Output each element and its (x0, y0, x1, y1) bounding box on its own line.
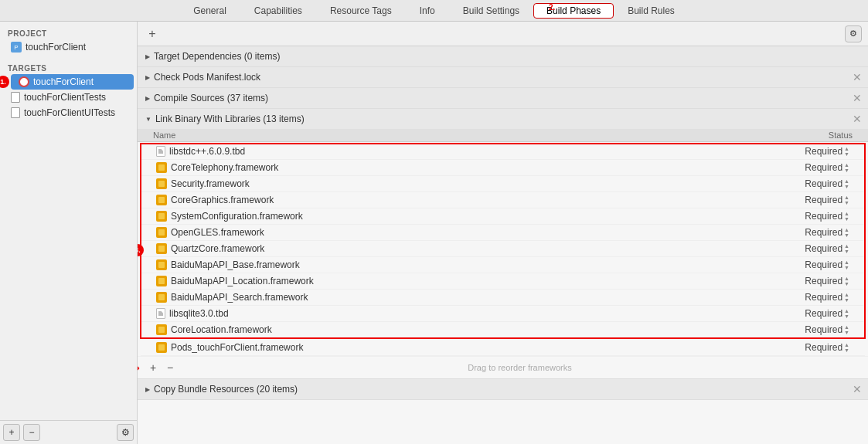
lib-status-BaiduMapAPI_Location: Required ▲▼ (772, 276, 849, 286)
section-header-compile-sources[interactable]: ▶ Compile Sources (37 items) ✕ (138, 88, 868, 108)
stepper-SystemConfiguration[interactable]: ▲▼ (844, 211, 849, 222)
lib-status-libsqlite: Required ▲▼ (772, 308, 849, 319)
project-section-label: PROJECT (0, 25, 137, 39)
framework-icon-CoreTelephony (156, 162, 167, 173)
framework-icon-QuartzCore (156, 243, 167, 254)
section-header-copy-bundle[interactable]: ▶ Copy Bundle Resources (20 items) ✕ (138, 379, 868, 399)
stepper-Pods[interactable]: ▲▼ (844, 342, 849, 353)
col-status-header: Status (775, 130, 853, 140)
remove-library-btn[interactable]: − (162, 360, 178, 375)
lib-name-QuartzCore: QuartzCore.framework (156, 243, 772, 254)
tab-build-settings[interactable]: Build Settings (449, 2, 533, 19)
scroll-area[interactable]: ▶ Target Dependencies (0 items) ▶ Check … (138, 46, 868, 444)
stepper-BaiduMapAPI_Search[interactable]: ▲▼ (844, 292, 849, 303)
section-header-link-binary[interactable]: ▼ Link Binary With Libraries (13 items) … (138, 109, 868, 129)
lib-name-CoreGraphics: CoreGraphics.framework (156, 195, 772, 205)
section-check-pods: ▶ Check Pods Manifest.lock ✕ (138, 67, 868, 88)
tab-build-rules[interactable]: Build Rules (614, 2, 689, 19)
framework-icon-OpenGLES (156, 227, 167, 238)
lib-row-libsqlite: libsqlite3.0.tbd Required ▲▼ (141, 306, 865, 322)
toolbar-settings-btn[interactable]: ⚙ (845, 25, 862, 42)
lib-status-CoreGraphics: Required ▲▼ (772, 195, 849, 205)
stepper-QuartzCore[interactable]: ▲▼ (844, 243, 849, 254)
sidebar-add-btn[interactable]: + (3, 424, 20, 441)
section-close-check-pods[interactable]: ✕ (853, 71, 862, 83)
tab-capabilities[interactable]: Capabilities (240, 2, 316, 19)
content-toolbar: + ⚙ (138, 22, 868, 46)
tab-build-phases[interactable]: Build Phases (533, 3, 614, 19)
section-title-check-pods: Check Pods Manifest.lock (154, 72, 860, 83)
lib-row-SystemConfiguration: SystemConfiguration.framework Required ▲… (141, 208, 865, 225)
section-target-dependencies: ▶ Target Dependencies (0 items) (138, 46, 868, 67)
lib-status-BaiduMapAPI_Base: Required ▲▼ (772, 259, 849, 270)
lib-name-Pods: Pods_touchForClient.framework (156, 342, 772, 353)
sidebar-item-touchForClientUITests[interactable]: touchForClientUITests (3, 105, 134, 120)
stepper-OpenGLES[interactable]: ▲▼ (844, 227, 849, 238)
section-copy-bundle: ▶ Copy Bundle Resources (20 items) ✕ (138, 379, 868, 400)
lib-status-libstdc: Required ▲▼ (772, 146, 849, 157)
sidebar-remove-btn[interactable]: − (23, 424, 40, 441)
lib-name-Security: Security.framework (156, 178, 772, 189)
section-title-link-binary: Link Binary With Libraries (13 items) (155, 114, 860, 124)
tab-resource-tags[interactable]: Resource Tags (316, 2, 406, 19)
tbd-icon-libsqlite (156, 308, 165, 319)
annotation-2-wrapper: 2. (549, 2, 555, 12)
settings-icon: ⚙ (849, 29, 857, 39)
lib-actions: ➜ + − Drag to reorder frameworks (138, 356, 868, 378)
triangle-icon-2: ▶ (145, 95, 150, 102)
section-close-copy-bundle[interactable]: ✕ (853, 383, 862, 395)
framework-icon-BaiduMapAPI_Base (156, 259, 167, 270)
stepper-CoreTelephony[interactable]: ▲▼ (844, 162, 849, 173)
sidebar-settings-btn[interactable]: ⚙ (117, 424, 134, 441)
triangle-icon-4: ▶ (145, 386, 150, 393)
sidebar: PROJECT P touchForClient TARGETS 1. touc… (0, 22, 138, 444)
lib-name-BaiduMapAPI_Base: BaiduMapAPI_Base.framework (156, 259, 772, 270)
lib-row-CoreTelephony: CoreTelephony.framework Required ▲▼ (141, 160, 865, 176)
framework-icon-Pods (156, 342, 167, 353)
tab-general[interactable]: General (179, 2, 240, 19)
stepper-CoreLocation[interactable]: ▲▼ (844, 324, 849, 335)
sidebar-item-touchForClientTests[interactable]: touchForClientTests (3, 90, 134, 105)
section-close-compile-sources[interactable]: ✕ (853, 92, 862, 104)
stepper-Security[interactable]: ▲▼ (844, 178, 849, 189)
lib-label-libstdc: libstdc++.6.0.9.tbd (169, 146, 245, 157)
sidebar-bottom: + − ⚙ (0, 420, 137, 444)
section-header-target-dependencies[interactable]: ▶ Target Dependencies (0 items) (138, 46, 868, 66)
add-library-btn[interactable]: + (145, 360, 161, 375)
lib-table-wrapper: 3. libstdc++.6.0.9.tbd Required (138, 144, 868, 356)
drag-hint: Drag to reorder frameworks (179, 363, 860, 372)
tbd-icon-libstdc (156, 146, 165, 157)
tab-bar: General Capabilities Resource Tags Info … (0, 0, 868, 22)
section-title-compile-sources: Compile Sources (37 items) (154, 93, 860, 103)
framework-icon-Security (156, 178, 167, 189)
stepper-libstdc[interactable]: ▲▼ (844, 146, 849, 157)
lib-status-CoreTelephony: Required ▲▼ (772, 162, 849, 173)
sidebar-project-label: touchForClient (26, 42, 86, 53)
section-compile-sources: ▶ Compile Sources (37 items) ✕ (138, 88, 868, 109)
lib-row-libstdc: libstdc++.6.0.9.tbd Required ▲▼ (141, 144, 865, 160)
stepper-CoreGraphics[interactable]: ▲▼ (844, 195, 849, 205)
lib-row-BaiduMapAPI_Location: BaiduMapAPI_Location.framework Required … (141, 273, 865, 290)
stepper-BaiduMapAPI_Base[interactable]: ▲▼ (844, 259, 849, 270)
sidebar-label-uitests: touchForClientUITests (24, 107, 115, 118)
section-header-check-pods[interactable]: ▶ Check Pods Manifest.lock ✕ (138, 67, 868, 87)
stepper-libsqlite[interactable]: ▲▼ (844, 308, 849, 319)
arrow-annotation: ➜ (138, 361, 140, 375)
sidebar-item-project[interactable]: P touchForClient (3, 39, 134, 55)
sidebar-item-touchForClient[interactable]: touchForClient (11, 74, 134, 90)
section-link-binary: ▼ Link Binary With Libraries (13 items) … (138, 109, 868, 379)
lib-status-CoreLocation: Required ▲▼ (772, 324, 849, 335)
stepper-BaiduMapAPI_Location[interactable]: ▲▼ (844, 276, 849, 286)
add-phase-btn[interactable]: + (144, 25, 161, 42)
lib-table-redbox: libstdc++.6.0.9.tbd Required ▲▼ (141, 144, 865, 338)
section-close-link-binary[interactable]: ✕ (853, 113, 862, 125)
file-icon-2 (11, 107, 20, 118)
tab-info[interactable]: Info (406, 2, 449, 19)
lib-row-BaiduMapAPI_Search: BaiduMapAPI_Search.framework Required ▲▼ (141, 290, 865, 306)
sidebar-item-wrapper-touchForClient: 1. touchForClient (0, 74, 137, 90)
framework-icon-BaiduMapAPI_Search (156, 292, 167, 303)
lib-row-OpenGLES: OpenGLES.framework Required ▲▼ (141, 225, 865, 241)
sidebar-label-touchForClient: touchForClient (33, 76, 94, 87)
framework-icon-BaiduMapAPI_Location (156, 276, 167, 286)
lib-name-BaiduMapAPI_Location: BaiduMapAPI_Location.framework (156, 276, 772, 286)
